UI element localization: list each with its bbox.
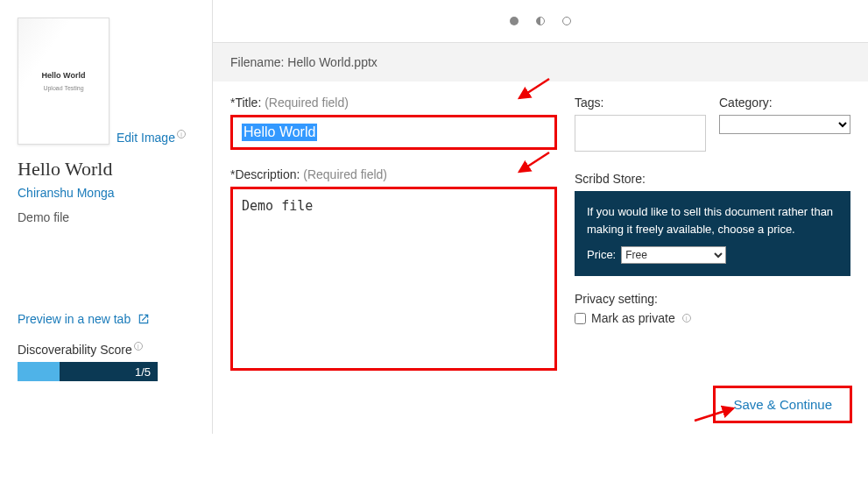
description-input[interactable] — [230, 187, 557, 371]
tags-label: Tags: — [575, 96, 706, 110]
category-label: Category: — [719, 96, 850, 110]
step-1-icon — [510, 17, 519, 25]
price-select[interactable]: Free — [621, 246, 726, 264]
title-input[interactable]: Hello World — [230, 115, 557, 150]
external-link-icon — [138, 313, 150, 325]
info-icon[interactable]: i — [177, 130, 186, 138]
thumbnail-title: Hello World — [42, 71, 86, 80]
mark-private-label: Mark as private — [591, 311, 675, 325]
main-panel: Filename: Hello World.pptx *Title: (Requ… — [213, 0, 868, 434]
step-indicator — [213, 0, 868, 43]
document-description: Demo file — [18, 210, 194, 224]
discoverability-value: 1/5 — [135, 365, 151, 378]
document-title: Hello World — [18, 158, 194, 181]
tags-input[interactable] — [575, 115, 706, 152]
store-box: If you would like to sell this document … — [575, 191, 850, 276]
info-icon[interactable]: i — [682, 314, 691, 322]
preview-link[interactable]: Preview in a new tab — [18, 312, 194, 326]
document-thumbnail[interactable]: Hello World Upload Testing — [18, 18, 109, 145]
step-3-icon — [562, 17, 571, 25]
description-label: *Description: (Required field) — [230, 167, 557, 181]
store-text: If you would like to sell this document … — [587, 203, 838, 237]
title-value-selected: Hello World — [242, 124, 317, 141]
title-label: *Title: (Required field) — [230, 96, 557, 110]
info-icon[interactable]: i — [134, 342, 143, 351]
filename-label: Filename: — [230, 55, 284, 69]
step-2-icon — [536, 17, 545, 25]
save-continue-button[interactable]: Save & Continue — [713, 386, 852, 423]
privacy-label: Privacy setting: — [575, 292, 850, 306]
filename-value: Hello World.pptx — [287, 55, 377, 69]
thumbnail-subtitle: Upload Testing — [43, 85, 83, 91]
preview-link-label: Preview in a new tab — [18, 312, 131, 326]
discoverability-bar: 1/5 — [18, 362, 158, 381]
filename-bar: Filename: Hello World.pptx — [213, 43, 868, 82]
store-label: Scribd Store: — [575, 172, 850, 186]
discoverability-fill — [18, 362, 60, 381]
category-select[interactable] — [719, 115, 850, 134]
author-link[interactable]: Chiranshu Monga — [18, 186, 194, 200]
sidebar: Hello World Upload Testing Edit Imagei H… — [0, 0, 213, 434]
edit-image-link[interactable]: Edit Image — [116, 131, 175, 145]
discoverability-label: Discoverability Scorei — [18, 342, 194, 357]
mark-private-checkbox[interactable] — [575, 313, 586, 324]
price-label: Price: — [587, 246, 616, 264]
